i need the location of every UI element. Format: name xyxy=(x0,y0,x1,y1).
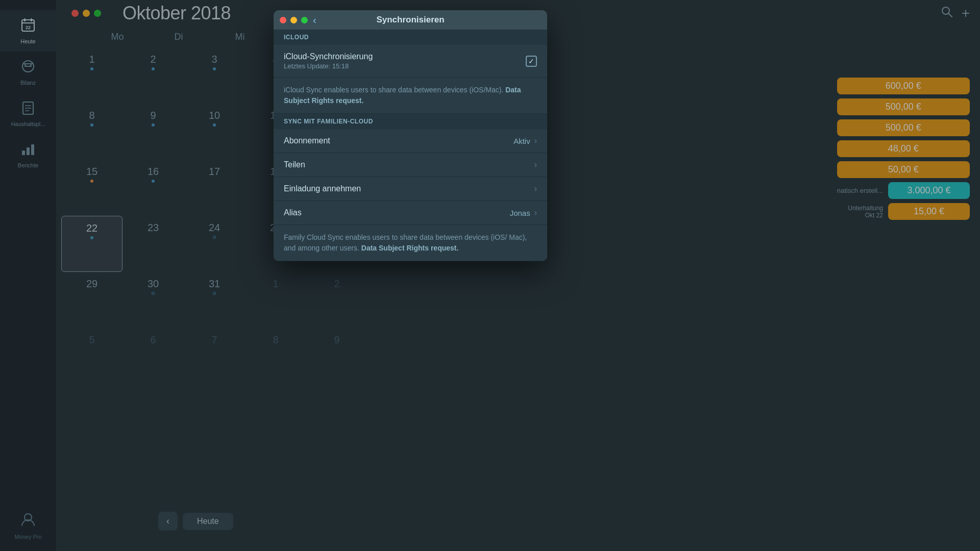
modal-fullscreen-button[interactable] xyxy=(301,17,308,23)
section-header-icloud: ICLOUD xyxy=(274,30,547,45)
modal-back-button[interactable]: ‹ xyxy=(313,14,316,26)
family-cloud-description: Family Cloud Sync enables users to share… xyxy=(274,225,547,261)
section-header-family-cloud: SYNC MIT FAMILIEN-CLOUD xyxy=(274,114,547,129)
alias-chevron-icon: › xyxy=(534,208,537,217)
einladung-row[interactable]: Einladung annehmen › xyxy=(274,177,547,201)
abonnement-row[interactable]: Abonnement Aktiv › xyxy=(274,129,547,153)
abonnement-value: Aktiv xyxy=(513,137,530,145)
abonnement-title: Abonnement xyxy=(284,136,513,145)
teilen-row[interactable]: Teilen › xyxy=(274,153,547,177)
modal-close-button[interactable] xyxy=(280,17,286,23)
sync-modal: ‹ Synchronisieren ICLOUD iCloud-Synchron… xyxy=(274,10,547,261)
abonnement-chevron-icon: › xyxy=(534,136,537,145)
alias-title: Alias xyxy=(284,208,510,217)
icloud-sync-subtitle: Letztes Update: 15:18 xyxy=(284,62,526,70)
alias-value: Jonas xyxy=(510,209,530,217)
icloud-sync-row[interactable]: iCloud-Synchronisierung Letztes Update: … xyxy=(274,45,547,78)
icloud-sync-checkbox[interactable]: ✓ xyxy=(526,56,537,67)
teilen-chevron-icon: › xyxy=(534,160,537,169)
modal-minimize-button[interactable] xyxy=(290,17,297,23)
einladung-chevron-icon: › xyxy=(534,184,537,193)
modal-body: ICLOUD iCloud-Synchronisierung Letztes U… xyxy=(274,30,547,261)
teilen-title: Teilen xyxy=(284,160,534,169)
icloud-description: iCloud Sync enables users to share data … xyxy=(274,78,547,114)
modal-title: Synchronisieren xyxy=(376,15,444,25)
einladung-title: Einladung annehmen xyxy=(284,184,534,193)
modal-titlebar: ‹ Synchronisieren xyxy=(274,10,547,30)
alias-row[interactable]: Alias Jonas › xyxy=(274,201,547,225)
icloud-sync-title: iCloud-Synchronisierung xyxy=(284,52,526,61)
